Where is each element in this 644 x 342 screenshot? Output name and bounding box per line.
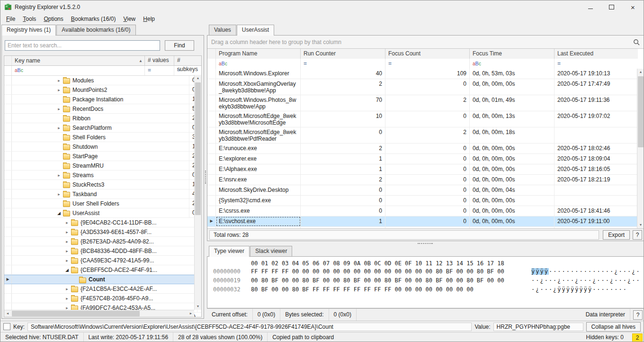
expander-icon[interactable]: ◢ bbox=[64, 266, 70, 274]
tree-row-f2a1cb5a-e3cc-4a2e-af[interactable]: ▸{F2A1CB5A-E3CC-4A2E-AF...1 bbox=[4, 284, 201, 294]
tree-row-userassist[interactable]: ◢UserAssist0 bbox=[4, 208, 201, 218]
menu-item-view[interactable]: View bbox=[119, 14, 139, 24]
expander-icon[interactable]: ▸ bbox=[64, 285, 70, 293]
scroll-down-icon[interactable]: ▼ bbox=[195, 303, 201, 310]
tab-available-bookmarks-16-0[interactable]: Available bookmarks (16/0) bbox=[56, 25, 135, 35]
group-by-bar[interactable]: Drag a column header here to group by th… bbox=[207, 36, 644, 49]
expander-icon[interactable]: ▸ bbox=[64, 237, 70, 246]
grid-row-microsoft-microsoftedge-8wekyb3d8bbwe-pdfreader[interactable]: Microsoft.MicrosoftEdge_8wekyb3d8bbwe!Pd… bbox=[207, 127, 638, 144]
expander-icon[interactable]: ▸ bbox=[64, 228, 70, 236]
tree-filter-cell[interactable]: aBc bbox=[12, 66, 145, 75]
tree-row-shell-folders[interactable]: Shell Folders31 bbox=[4, 133, 201, 142]
tree-row-count[interactable]: ▶Count28 bbox=[4, 275, 201, 284]
column-focus-time[interactable]: Focus Time bbox=[470, 49, 555, 59]
grid-filter-cell[interactable]: aBc bbox=[216, 59, 301, 69]
grid-filter-cell[interactable]: = bbox=[385, 59, 470, 69]
grid-row-microsoft-microsoftedge-8wekyb3d8bbwe-microsoftedge[interactable]: Microsoft.MicrosoftEdge_8wekyb3d8bbwe!Mi… bbox=[207, 111, 638, 127]
grid-help-button[interactable]: ? bbox=[633, 230, 642, 240]
tree-filter-cell[interactable]: = bbox=[174, 66, 201, 75]
menu-item-help[interactable]: Help bbox=[139, 14, 159, 24]
scroll-left-icon[interactable]: ◄ bbox=[4, 310, 11, 317]
collapse-all-hives-button[interactable]: Collapse all hives bbox=[586, 322, 641, 332]
grid-row-e-runouce-exe[interactable]: E:\runouce.exe200d, 0h, 00m, 00s2020-05-… bbox=[207, 144, 638, 154]
column-values-count[interactable]: # values bbox=[145, 56, 174, 65]
grid-row-e-explorer-exe[interactable]: E:\explorer.exe100d, 0h, 00m, 00s2020-05… bbox=[207, 154, 638, 164]
expander-icon[interactable]: ◢ bbox=[56, 209, 62, 217]
tab-userassist[interactable]: UserAssist bbox=[237, 25, 274, 36]
tree-vertical-scrollbar[interactable]: ▲ ▼ bbox=[194, 75, 201, 310]
tree-row-taskband[interactable]: ▸Taskband4 bbox=[4, 189, 201, 199]
tab-type-viewer[interactable]: Type viewer bbox=[209, 246, 250, 257]
tree-row-streams[interactable]: ▸Streams0 bbox=[4, 171, 201, 180]
grid-row-e-csrss-exe[interactable]: E:\csrss.exe000d, 0h, 00m, 00s2020-05-17… bbox=[207, 206, 638, 216]
tree-row-f4e57c4b-2036-45f0-a9[interactable]: ▸{F4E57C4B-2036-45F0-A9...1 bbox=[4, 294, 201, 303]
tree-filter-cell[interactable]: = bbox=[145, 66, 174, 75]
scroll-down-icon[interactable]: ▼ bbox=[637, 222, 644, 228]
expander-icon[interactable]: ▸ bbox=[64, 247, 70, 255]
column-subkeys-count[interactable]: # subkeys bbox=[174, 56, 201, 65]
tree-row-package-installation[interactable]: Package Installation1 bbox=[4, 95, 201, 104]
hex-viewer[interactable]: 00 01 02 03 04 05 06 07 08 09 0A 0B 0C 0… bbox=[207, 256, 644, 308]
expander-icon[interactable]: ▸ bbox=[56, 86, 62, 94]
column-last-executed[interactable]: Last Executed bbox=[555, 49, 638, 59]
column-focus-count[interactable]: Focus Count bbox=[385, 49, 470, 59]
scroll-right-icon[interactable]: ► bbox=[188, 310, 194, 317]
tree-row-shutdown[interactable]: Shutdown1 bbox=[4, 142, 201, 152]
expander-icon[interactable]: ▸ bbox=[56, 171, 62, 180]
selected-value-name[interactable]: HRZR_PGYPHNPbhag:pgbe bbox=[493, 323, 583, 331]
tab-registry-hives-1[interactable]: Registry hives (1) bbox=[1, 25, 56, 36]
grid-row-microsoft-skydrive-desktop[interactable]: Microsoft.SkyDrive.Desktop000d, 0h, 00m,… bbox=[207, 185, 638, 196]
grid-row-e-alphaex-exe[interactable]: E:\Alphaex.exe100d, 0h, 00m, 00s2020-05-… bbox=[207, 164, 638, 175]
grid-scroll-thumb[interactable] bbox=[638, 76, 644, 147]
grid-row-microsoft-windows-explorer[interactable]: Microsoft.Windows.Explorer401090d, 0h, 5… bbox=[207, 69, 638, 79]
data-interpreter-toggle[interactable]: Data interpreter bbox=[581, 309, 630, 321]
grid-row-microsoft-xboxgamingoverlay-8wekyb3d8bbwe-app[interactable]: Microsoft.XboxGamingOverlay_8wekyb3d8bbw… bbox=[207, 79, 638, 95]
horizontal-splitter[interactable] bbox=[207, 241, 644, 246]
expander-icon[interactable]: ▸ bbox=[64, 294, 70, 303]
grid-vertical-scrollbar[interactable]: ▲ ▼ bbox=[637, 69, 644, 228]
menu-item-file[interactable]: File bbox=[2, 14, 19, 24]
messages-badge[interactable]: 2 bbox=[632, 333, 643, 342]
grid-row-microsoft-windows-photos-8wekyb3d8bbwe-app[interactable]: Microsoft.Windows.Photos_8wekyb3d8bbwe!A… bbox=[207, 95, 638, 111]
expander-icon[interactable]: ▸ bbox=[64, 256, 70, 265]
maximize-button[interactable] bbox=[601, 0, 622, 14]
tree-hscroll-thumb[interactable] bbox=[12, 311, 140, 316]
minimize-button[interactable] bbox=[580, 0, 601, 14]
tab-values[interactable]: Values bbox=[209, 25, 236, 35]
tree-scroll-thumb[interactable] bbox=[195, 82, 201, 215]
column-key-name[interactable]: Key name ▲ bbox=[12, 56, 145, 65]
tree-row-cebff5cd-ace2-4f4f-91[interactable]: ◢{CEBFF5CD-ACE2-4F4F-91...1 bbox=[4, 265, 201, 275]
tree-row-9e04cab2-cc14-11df-bb[interactable]: ▸{9E04CAB2-CC14-11DF-BB...1 bbox=[4, 218, 201, 227]
grid-filter-cell[interactable]: aBc bbox=[470, 59, 555, 69]
expander-icon[interactable]: ▸ bbox=[64, 218, 70, 227]
tree-row-mountpoints2[interactable]: ▸MountPoints20 bbox=[4, 85, 201, 95]
tree-horizontal-scrollbar[interactable]: ◄ ► bbox=[4, 310, 194, 317]
tree-row-user-shell-folders[interactable]: User Shell Folders20 bbox=[4, 199, 201, 208]
grid-filter-cell[interactable]: = bbox=[555, 59, 638, 69]
tree-row-bcb48336-4ddd-48ff-bb[interactable]: ▸{BCB48336-4DDD-48FF-BB...1 bbox=[4, 246, 201, 256]
grid-row-e-nsrv-exe[interactable]: E:\nsrv.exe200d, 0h, 00m, 00s2020-05-17 … bbox=[207, 175, 638, 185]
tab-slack-viewer[interactable]: Slack viewer bbox=[250, 246, 292, 256]
expander-icon[interactable]: ▸ bbox=[56, 105, 62, 113]
key-checkbox[interactable] bbox=[3, 323, 10, 330]
tree-row-modules[interactable]: ▸Modules0 bbox=[4, 76, 201, 85]
tree-row-a3d53349-6e61-4557-8f[interactable]: ▸{A3D53349-6E61-4557-8F...1 bbox=[4, 227, 201, 237]
menu-item-options[interactable]: Options bbox=[40, 14, 67, 24]
expander-icon[interactable]: ▸ bbox=[56, 76, 62, 85]
search-icon[interactable] bbox=[633, 38, 640, 46]
search-input[interactable] bbox=[5, 40, 160, 51]
grid-filter-cell[interactable]: = bbox=[301, 59, 385, 69]
menu-item-bookmarks[interactable]: Bookmarks (16/0) bbox=[67, 14, 120, 24]
scroll-up-icon[interactable]: ▲ bbox=[195, 75, 201, 81]
find-button[interactable]: Find bbox=[165, 40, 194, 51]
tree-row-searchplatform[interactable]: ▸SearchPlatform0 bbox=[4, 123, 201, 133]
tree-row-recentdocs[interactable]: ▸RecentDocs54 bbox=[4, 104, 201, 114]
tree-row-ribbon[interactable]: Ribbon2 bbox=[4, 114, 201, 123]
hex-help-button[interactable]: ? bbox=[633, 310, 643, 320]
tree-row-b267e3ad-a825-4a09-82[interactable]: ▸{B267E3AD-A825-4A09-82...1 bbox=[4, 237, 201, 246]
tree-row-caa59e3c-4792-41a5-99[interactable]: ▸{CAA59E3C-4792-41A5-99...1 bbox=[4, 256, 201, 265]
grid-row-e-svchost-exe[interactable]: ▶E:\svchost.exe100d, 0h, 00m, 00s2020-05… bbox=[207, 216, 638, 227]
expander-icon[interactable]: ▸ bbox=[56, 124, 62, 132]
grid-row-system32-cmd-exe[interactable]: {System32}\cmd.exe000d, 0h, 00m, 00s bbox=[207, 196, 638, 206]
export-button[interactable]: Export bbox=[603, 230, 630, 240]
